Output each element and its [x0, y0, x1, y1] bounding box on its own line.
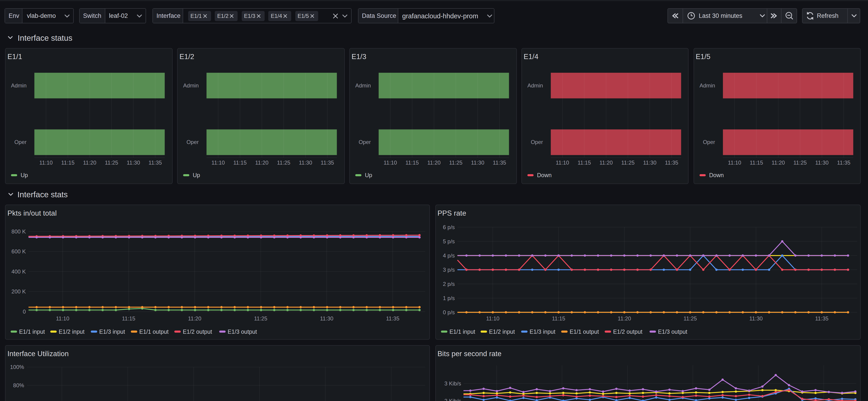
svg-text:11:35: 11:35: [837, 159, 850, 166]
svg-text:11:30: 11:30: [643, 159, 656, 166]
svg-text:400 K: 400 K: [11, 269, 26, 275]
svg-text:11:35: 11:35: [321, 159, 334, 166]
svg-text:0 p/s: 0 p/s: [443, 309, 455, 315]
svg-text:E1/2 output: E1/2 output: [613, 329, 642, 335]
svg-text:200 K: 200 K: [11, 289, 26, 295]
svg-text:3 Kib/s: 3 Kib/s: [444, 380, 461, 387]
svg-text:11:20: 11:20: [427, 159, 440, 166]
svg-text:E1/3 input: E1/3 input: [529, 329, 555, 335]
svg-text:11:10: 11:10: [556, 159, 569, 166]
svg-text:11:30: 11:30: [749, 315, 763, 321]
svg-text:11:25: 11:25: [105, 159, 118, 166]
svg-text:11:20: 11:20: [618, 315, 631, 321]
svg-text:11:20: 11:20: [771, 159, 785, 166]
svg-text:E1/1 input: E1/1 input: [19, 329, 45, 335]
svg-text:E1/3 output: E1/3 output: [228, 329, 257, 335]
svg-text:11:15: 11:15: [578, 159, 591, 166]
svg-text:Oper: Oper: [187, 139, 199, 145]
svg-text:Admin: Admin: [183, 83, 199, 89]
svg-text:11:30: 11:30: [299, 159, 312, 166]
svg-text:E1/3 input: E1/3 input: [99, 329, 125, 335]
svg-text:E1/2 output: E1/2 output: [183, 329, 212, 335]
svg-text:11:30: 11:30: [127, 159, 140, 166]
svg-text:6 p/s: 6 p/s: [443, 224, 455, 230]
svg-text:Oper: Oper: [703, 139, 715, 145]
svg-text:E1/2 input: E1/2 input: [59, 329, 85, 335]
svg-text:80%: 80%: [13, 382, 24, 388]
svg-text:E1/1 input: E1/1 input: [450, 329, 475, 335]
svg-text:11:10: 11:10: [212, 159, 225, 166]
svg-text:11:20: 11:20: [83, 159, 96, 166]
svg-text:11:35: 11:35: [149, 159, 162, 166]
svg-text:2 Kib/s: 2 Kib/s: [444, 398, 461, 401]
svg-text:Up: Up: [365, 172, 372, 179]
svg-text:11:10: 11:10: [56, 315, 69, 321]
svg-text:11:15: 11:15: [233, 159, 247, 166]
svg-text:800 K: 800 K: [11, 228, 26, 235]
svg-text:Down: Down: [537, 172, 552, 179]
svg-text:11:25: 11:25: [254, 315, 267, 321]
svg-text:11:35: 11:35: [493, 159, 506, 166]
svg-text:11:35: 11:35: [665, 159, 678, 166]
svg-text:11:10: 11:10: [384, 159, 397, 166]
svg-text:11:30: 11:30: [471, 159, 484, 166]
svg-text:E1/2 input: E1/2 input: [489, 329, 515, 335]
svg-text:11:10: 11:10: [39, 159, 53, 166]
svg-text:11:15: 11:15: [749, 159, 763, 166]
svg-text:11:35: 11:35: [815, 315, 828, 321]
svg-text:100%: 100%: [10, 364, 24, 370]
svg-text:11:10: 11:10: [486, 315, 499, 321]
svg-text:5 p/s: 5 p/s: [443, 238, 455, 244]
svg-text:11:25: 11:25: [683, 315, 696, 321]
svg-text:11:15: 11:15: [122, 315, 135, 321]
svg-text:Up: Up: [193, 172, 200, 179]
svg-text:11:25: 11:25: [793, 159, 806, 166]
svg-text:11:10: 11:10: [728, 159, 741, 166]
svg-text:E1/1 output: E1/1 output: [140, 329, 169, 335]
svg-text:Admin: Admin: [355, 83, 371, 89]
svg-text:3 p/s: 3 p/s: [443, 267, 455, 273]
svg-text:11:35: 11:35: [386, 315, 399, 321]
svg-text:11:30: 11:30: [815, 159, 828, 166]
svg-text:1 p/s: 1 p/s: [443, 295, 455, 301]
svg-text:E1/3 output: E1/3 output: [658, 329, 687, 335]
svg-text:Down: Down: [709, 172, 723, 179]
svg-text:11:25: 11:25: [449, 159, 462, 166]
svg-text:11:15: 11:15: [61, 159, 74, 166]
svg-text:2 p/s: 2 p/s: [443, 281, 455, 287]
svg-text:Oper: Oper: [359, 139, 371, 145]
svg-text:Admin: Admin: [527, 83, 543, 89]
svg-text:4 p/s: 4 p/s: [443, 252, 455, 259]
svg-text:600 K: 600 K: [11, 249, 26, 255]
svg-text:11:15: 11:15: [405, 159, 418, 166]
svg-text:11:25: 11:25: [621, 159, 634, 166]
svg-text:Oper: Oper: [531, 139, 543, 145]
svg-text:11:20: 11:20: [188, 315, 202, 321]
svg-text:E1/1 output: E1/1 output: [569, 329, 599, 335]
svg-text:11:30: 11:30: [320, 315, 333, 321]
svg-text:11:20: 11:20: [255, 159, 269, 166]
svg-text:0: 0: [23, 309, 26, 315]
svg-text:Admin: Admin: [699, 83, 715, 89]
svg-text:11:25: 11:25: [277, 159, 290, 166]
svg-text:11:15: 11:15: [552, 315, 565, 321]
svg-text:11:20: 11:20: [599, 159, 613, 166]
